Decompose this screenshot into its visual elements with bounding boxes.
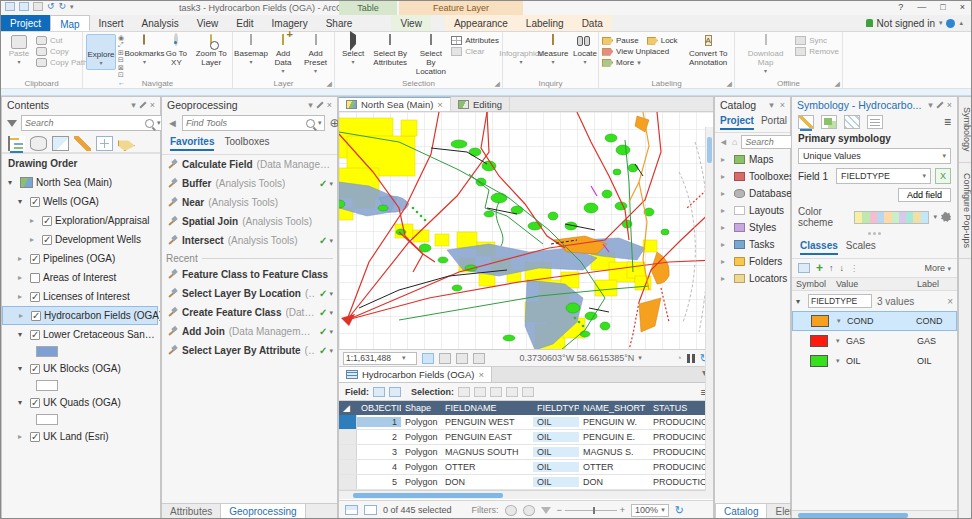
catalog-item-layouts[interactable]: ▸Layouts: [715, 202, 790, 219]
find-tools-input[interactable]: [186, 118, 303, 128]
locate-button[interactable]: Locate▾: [570, 34, 600, 68]
search-caret-icon[interactable]: ▾: [318, 119, 322, 127]
tab-scales[interactable]: Scales: [846, 240, 876, 255]
catalog-menu-icon[interactable]: ▾: [769, 100, 774, 110]
tab-labeling[interactable]: Labeling: [517, 15, 573, 31]
symbology-pin-icon[interactable]: [936, 101, 943, 108]
find-tools-search[interactable]: ▾: [182, 115, 326, 131]
cut-button[interactable]: Cut: [36, 36, 87, 45]
layer-licenses-of-interest[interactable]: ▸Licenses of Interest: [2, 287, 160, 306]
group-field-input[interactable]: [808, 294, 872, 308]
layer-hydrocarbon-fields[interactable]: ▸Hydrocarbon Fields (OGA): [2, 306, 158, 325]
copy-button[interactable]: Copy: [36, 47, 87, 56]
tool-buffer[interactable]: Buffer(Analysis Tools)✓▾: [162, 174, 337, 193]
blocks-swatch[interactable]: [36, 380, 58, 391]
expander-icon[interactable]: ▸: [30, 235, 39, 244]
table-vertical-scrollbar[interactable]: [705, 127, 713, 491]
catalog-close-icon[interactable]: ×: [780, 100, 785, 110]
expander-icon[interactable]: ▸: [721, 240, 730, 249]
convert-to-annotation-button[interactable]: A Convert To Annotation: [685, 34, 731, 68]
filter-funnel-icon[interactable]: [541, 507, 551, 514]
expander-icon[interactable]: ▸: [18, 254, 27, 263]
tool-calculate-field[interactable]: Calculate Field(Data Management Tools): [162, 155, 337, 174]
map-tab-editing[interactable]: Editing: [451, 97, 510, 111]
list-by-editing-icon[interactable]: [74, 136, 91, 151]
row-selector[interactable]: [339, 460, 357, 474]
expander-icon[interactable]: ▾: [8, 178, 17, 187]
tool-caret-icon[interactable]: ▾: [329, 290, 333, 298]
table-view-icon[interactable]: [345, 505, 358, 515]
tool-select-by-location[interactable]: Select Layer By Location(Data Manag...✓▾: [162, 284, 337, 303]
expander-icon[interactable]: ▸: [721, 223, 730, 232]
tool-select-by-attribute[interactable]: Select Layer By Attribute(Data Manag...✓…: [162, 341, 337, 360]
tab-catalog-portal[interactable]: Portal: [761, 115, 787, 130]
open-project-icon[interactable]: [19, 2, 29, 11]
color-scheme-caret-icon[interactable]: ▾: [933, 213, 937, 221]
corner-cell[interactable]: ◢: [339, 403, 357, 413]
tab-attributes[interactable]: Attributes: [162, 504, 220, 519]
tool-caret-icon[interactable]: ▾: [329, 347, 333, 355]
contents-menu-icon[interactable]: ▾: [131, 100, 136, 110]
tab-edit[interactable]: Edit: [227, 15, 262, 31]
layer-checkbox[interactable]: [30, 273, 40, 283]
expander-icon[interactable]: ▾: [18, 398, 27, 407]
go-to-xy-button[interactable]: Go To XY: [161, 34, 191, 68]
signin-area[interactable]: Not signed in ▾ ▴: [866, 15, 971, 31]
undo-icon[interactable]: ↺: [47, 2, 55, 11]
layer-uk-blocks[interactable]: ▾UK Blocks (OGA): [2, 359, 160, 378]
layer-uk-quads[interactable]: ▾UK Quads (OGA): [2, 393, 160, 412]
color-scheme-dropdown[interactable]: [854, 211, 929, 224]
symbology-options-menu-icon[interactable]: ≡: [944, 115, 951, 129]
layer-checkbox[interactable]: [30, 364, 40, 374]
table-zoom-combo[interactable]: 100%▾: [631, 504, 669, 517]
set-expression-button[interactable]: X: [935, 168, 951, 184]
notifications-icon[interactable]: [946, 19, 955, 28]
catalog-item-styles[interactable]: ▸Styles: [715, 219, 790, 236]
cond-swatch[interactable]: [811, 315, 829, 327]
expander-icon[interactable]: ▾: [18, 364, 27, 373]
download-map-button[interactable]: Download Map▾: [738, 34, 793, 77]
expander-icon[interactable]: ▸: [18, 432, 27, 441]
layer-lower-cretaceous[interactable]: ▾Lower Cretaceous Sandstone Play: [2, 325, 160, 344]
filter-extent-icon[interactable]: [523, 505, 535, 516]
tool-caret-icon[interactable]: ▾: [329, 237, 333, 245]
row-selector[interactable]: [339, 430, 357, 444]
scrollbar-thumb[interactable]: [798, 513, 908, 518]
layer-pipelines[interactable]: ▸Pipelines (OGA): [2, 249, 160, 268]
select-by-attributes-table-icon[interactable]: [458, 387, 470, 397]
tab-favorites[interactable]: Favorites: [170, 136, 214, 151]
tab-view[interactable]: View: [188, 15, 228, 31]
col-fieldname[interactable]: FIELDNAME: [441, 403, 533, 413]
redo-icon[interactable]: ↻: [59, 2, 67, 11]
move-down-icon[interactable]: ↓: [840, 263, 845, 273]
col-fieldtype[interactable]: FIELDTYPE: [533, 403, 579, 413]
panel-splitter[interactable]: [792, 230, 957, 237]
add-preset-button[interactable]: Add Preset▾: [300, 34, 331, 77]
snap-toggle-icon[interactable]: [422, 353, 434, 364]
globe-icon[interactable]: ◔: [676, 353, 681, 363]
catalog-item-maps[interactable]: ▸Maps: [715, 151, 790, 168]
help-button[interactable]: ?: [898, 2, 903, 12]
table-row[interactable]: 1Polygon PENGUIN WESTOIL PENGUIN W.PRODU…: [339, 415, 713, 430]
basemap-button[interactable]: Basemap▾: [236, 34, 266, 68]
tool-caret-icon[interactable]: ▾: [329, 328, 333, 336]
table-tab-close-icon[interactable]: ×: [478, 369, 484, 380]
gas-swatch[interactable]: [810, 335, 828, 347]
maximize-button[interactable]: □: [940, 2, 945, 12]
paste-button[interactable]: Paste▾: [4, 34, 34, 68]
add-data-button[interactable]: Add Data▾: [268, 34, 298, 77]
search-caret-icon[interactable]: ▾: [157, 119, 161, 127]
col-name-short[interactable]: NAME_SHORT: [579, 403, 649, 413]
zoom-to-layer-button[interactable]: Zoom To Layer: [193, 34, 229, 68]
sound-toggle-icon[interactable]: [473, 353, 485, 364]
collapse-ribbon-icon[interactable]: ▴: [959, 19, 963, 27]
selection-dialog-launcher-icon[interactable]: ◢: [495, 80, 500, 88]
symbology-method-dropdown[interactable]: Unique Values▾: [798, 148, 951, 164]
form-view-icon[interactable]: [364, 505, 377, 515]
contents-search[interactable]: ▾: [21, 115, 165, 131]
clear-button[interactable]: Clear: [451, 47, 499, 56]
catalog-item-folders[interactable]: ▸Folders: [715, 253, 790, 270]
tab-classes[interactable]: Classes: [800, 240, 838, 255]
layer-checkbox[interactable]: [31, 311, 41, 321]
expander-icon[interactable]: ▸: [721, 189, 730, 198]
